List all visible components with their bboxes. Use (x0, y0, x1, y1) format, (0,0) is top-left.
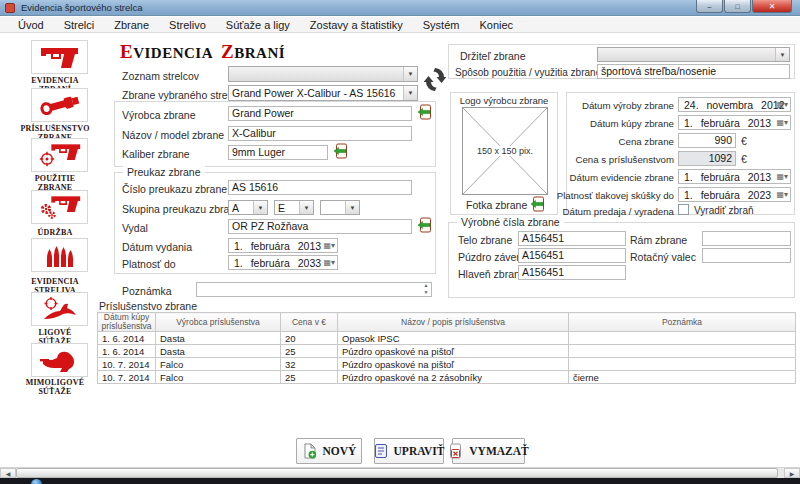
chevron-down-icon[interactable]: ▼ (403, 67, 417, 81)
scrollbar-thumb[interactable] (16, 468, 778, 478)
cell[interactable]: 1. 6. 2014 (98, 345, 156, 358)
chevron-down-icon[interactable]: ▼ (775, 48, 789, 61)
cell[interactable]: Dasta (156, 345, 281, 358)
cell[interactable]: 32 (281, 358, 338, 371)
model-field[interactable]: X-Calibur (228, 126, 412, 141)
price-field[interactable]: 990 (678, 133, 736, 148)
license-category-combobox-3[interactable]: ▼ (320, 200, 360, 215)
table-row[interactable]: 1. 6. 2014 Dasta 20 Opasok IPSC (98, 332, 796, 345)
license-category-combobox-2[interactable]: E ▼ (274, 200, 314, 215)
sidebar-item-ligove-sutaze[interactable] (31, 292, 88, 326)
cylinder-serial-field[interactable] (702, 248, 791, 263)
cell[interactable]: Falco (156, 358, 281, 371)
col-purchase-date[interactable]: Dátum kúpy príslušenstva (98, 313, 156, 332)
cell[interactable]: Falco (156, 371, 281, 384)
menu-item-strelivo[interactable]: Strelivo (159, 17, 216, 33)
col-manufacturer[interactable]: Výrobca príslušenstva (156, 313, 281, 332)
cell[interactable]: 1. 6. 2014 (98, 332, 156, 345)
cell[interactable]: 20 (281, 332, 338, 345)
cell[interactable] (569, 345, 796, 358)
slide-serial-field[interactable]: A156451 (518, 248, 626, 263)
sidebar-item-evidencia-streliva[interactable] (31, 238, 88, 272)
manufacturer-field[interactable]: Grand Power (228, 106, 412, 121)
cell[interactable]: Púzdro opaskové na pištoľ (338, 358, 569, 371)
cell[interactable]: 25 (281, 371, 338, 384)
license-number-field[interactable]: AS 15616 (228, 180, 412, 195)
import-icon[interactable] (417, 104, 433, 121)
sidebar-item-evidencia-zbrani[interactable] (31, 40, 88, 74)
menu-item-koniec[interactable]: Koniec (469, 17, 523, 33)
discard-weapon-checkbox[interactable] (678, 204, 689, 215)
license-category-combobox-1[interactable]: A ▼ (228, 200, 268, 215)
purchase-date-picker[interactable]: 1. februára 2013 ▦▾ (678, 115, 791, 130)
holder-combobox[interactable]: ▼ (597, 47, 790, 62)
menu-item-zostavy-a-statistiky[interactable]: Zostavy a štatistiky (300, 17, 413, 33)
menu-item-sutaze-a-ligy[interactable]: Súťaže a ligy (216, 17, 300, 33)
table-row[interactable]: 10. 7. 2014 Falco 25 Púzdro opaskové na … (98, 371, 796, 384)
cell[interactable]: Púzdro opaskové na pištoľ (338, 345, 569, 358)
col-price[interactable]: Cena v € (281, 313, 338, 332)
shooters-list-combobox[interactable]: ▼ (228, 66, 418, 82)
chevron-down-icon[interactable]: ▼ (299, 201, 313, 214)
horizontal-scrollbar[interactable]: ◀ ▶ (0, 467, 800, 478)
valid-until-picker[interactable]: 1. februára 2033 ▦▾ (228, 255, 338, 270)
body-serial-field[interactable]: A156451 (518, 231, 626, 246)
calendar-icon[interactable]: ▦▾ (776, 171, 788, 183)
cell[interactable]: 10. 7. 2014 (98, 371, 156, 384)
calendar-icon[interactable]: ▦▾ (776, 117, 788, 129)
cell[interactable]: Púzdro opaskové na 2 zásobníky (338, 371, 569, 384)
weapons-list-combobox[interactable]: Grand Power X-Calibur - AS 15616 ▼ (228, 85, 418, 101)
sidebar-item-mimoligove-sutaze[interactable] (31, 343, 88, 377)
usage-field[interactable]: športová streľba/nosenie (597, 64, 790, 79)
calendar-icon[interactable]: ▦▾ (776, 189, 788, 201)
sidebar-item-udrzba-zbrane[interactable] (31, 190, 88, 224)
scroll-right-icon[interactable]: ▶ (784, 468, 800, 478)
cell[interactable] (569, 358, 796, 371)
chevron-down-icon[interactable]: ▼ (253, 201, 267, 214)
sidebar-item-prislusenstvo-zbrane[interactable] (31, 88, 88, 122)
note-scrollbar[interactable]: ▲▼ (421, 282, 431, 296)
import-icon[interactable] (417, 217, 433, 234)
scroll-left-icon[interactable]: ◀ (0, 468, 16, 478)
menu-item-system[interactable]: Systém (413, 17, 470, 33)
calendar-icon[interactable]: ▦▾ (776, 99, 788, 111)
frame-serial-field[interactable] (702, 231, 791, 246)
cell[interactable]: Opasok IPSC (338, 332, 569, 345)
col-description[interactable]: Názov / popis príslušenstva (338, 313, 569, 332)
close-button[interactable]: ✕ (752, 0, 792, 13)
menu-item-strelci[interactable]: Strelci (54, 17, 105, 33)
registration-date-picker[interactable]: 1. februára 2013 ▦▾ (678, 169, 791, 184)
chevron-down-icon[interactable]: ▼ (403, 86, 417, 100)
issued-by-field[interactable]: OR PZ Rožňava (228, 219, 412, 234)
start-orb-icon[interactable] (31, 479, 42, 484)
calendar-icon[interactable]: ▦▾ (323, 240, 335, 252)
barrel-serial-field[interactable]: A156451 (518, 265, 626, 280)
maximize-button[interactable]: □ (724, 0, 751, 13)
menu-item-zbrane[interactable]: Zbrane (104, 17, 159, 33)
import-icon[interactable] (530, 196, 546, 213)
cell[interactable]: Dasta (156, 332, 281, 345)
menu-item-uvod[interactable]: Úvod (8, 17, 54, 33)
col-note[interactable]: Poznámka (569, 313, 796, 332)
issue-date-picker[interactable]: 1. februára 2013 ▦▾ (228, 238, 338, 253)
cell[interactable]: 25 (281, 345, 338, 358)
pressure-test-picker[interactable]: 1. februára 2023 ▦▾ (678, 187, 791, 202)
cell[interactable] (569, 332, 796, 345)
sidebar-item-pouzitie-zbrane[interactable] (31, 138, 88, 172)
calendar-icon[interactable]: ▦▾ (323, 257, 335, 269)
delete-button[interactable]: VYMAZAŤ (452, 438, 525, 464)
minimize-button[interactable]: – (696, 0, 723, 13)
caliber-field[interactable]: 9mm Luger (228, 145, 328, 160)
refresh-icon[interactable] (424, 64, 446, 94)
new-button[interactable]: NOVÝ (296, 438, 362, 464)
cell[interactable]: 10. 7. 2014 (98, 358, 156, 371)
production-date-picker[interactable]: 24. novembra 2012 ▦▾ (678, 97, 791, 112)
import-icon[interactable] (333, 143, 349, 160)
cell[interactable]: čierne (569, 371, 796, 384)
note-field[interactable] (196, 282, 432, 297)
chevron-down-icon[interactable]: ▼ (345, 201, 359, 214)
table-row[interactable]: 10. 7. 2014 Falco 32 Púzdro opaskové na … (98, 358, 796, 371)
logo-placeholder[interactable]: 150 x 150 pix. (462, 107, 548, 195)
table-row[interactable]: 1. 6. 2014 Dasta 25 Púzdro opaskové na p… (98, 345, 796, 358)
edit-button[interactable]: UPRAVIŤ (374, 438, 444, 464)
